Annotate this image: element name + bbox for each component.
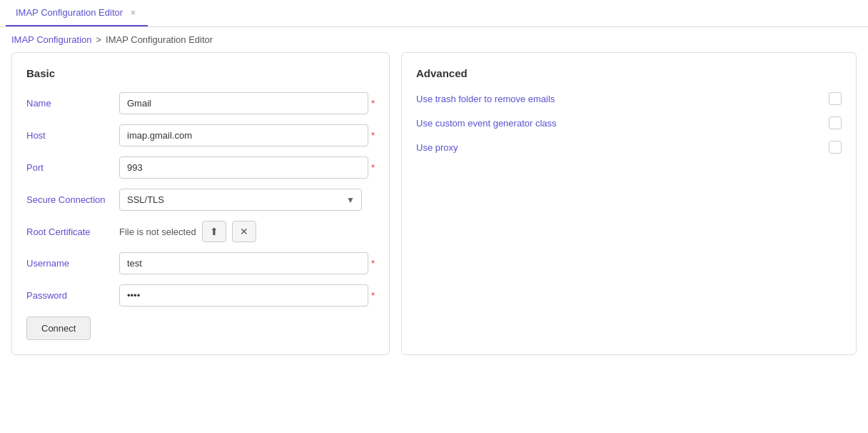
breadcrumb-current: IMAP Configuration Editor — [106, 34, 213, 45]
username-row: Username * — [26, 252, 375, 274]
adv-option-1-checkbox[interactable] — [829, 116, 842, 129]
username-label: Username — [26, 258, 119, 269]
root-certificate-label: Root Certificate — [26, 227, 119, 237]
name-required: * — [371, 98, 375, 109]
breadcrumb: IMAP Configuration > IMAP Configuration … — [0, 27, 868, 52]
upload-file-button[interactable]: ⬆ — [202, 221, 226, 242]
tab-label: IMAP Configuration Editor — [16, 7, 123, 18]
connect-row: Connect — [26, 317, 375, 340]
host-row: Host * — [26, 124, 375, 146]
host-input[interactable] — [119, 124, 368, 146]
adv-option-2: Use proxy — [416, 141, 842, 154]
file-status-text: File is not selected — [119, 227, 196, 237]
password-label: Password — [26, 290, 119, 301]
password-input[interactable] — [119, 284, 368, 307]
name-row: Name * — [26, 92, 375, 114]
name-label: Name — [26, 98, 119, 109]
breadcrumb-separator: > — [96, 34, 102, 45]
name-input[interactable] — [119, 92, 368, 114]
port-input[interactable] — [119, 156, 368, 179]
tab-imap-config-editor[interactable]: IMAP Configuration Editor × — [6, 0, 148, 26]
password-row: Password * — [26, 284, 375, 307]
adv-option-0: Use trash folder to remove emails — [416, 92, 842, 105]
port-required: * — [371, 162, 375, 173]
secure-connection-wrapper: SSL/TLS TLS None ▼ — [119, 189, 362, 211]
file-row: File is not selected ⬆ ✕ — [119, 221, 375, 242]
adv-option-1-label: Use custom event generator class — [416, 118, 817, 129]
host-label: Host — [26, 130, 119, 141]
connect-button[interactable]: Connect — [26, 317, 91, 340]
adv-option-1: Use custom event generator class — [416, 116, 842, 129]
advanced-panel-title: Advanced — [416, 67, 842, 79]
advanced-panel: Advanced Use trash folder to remove emai… — [401, 52, 857, 355]
basic-panel: Basic Name * Host * Port * Secure Connec… — [11, 52, 390, 355]
port-label: Port — [26, 162, 119, 173]
upload-icon: ⬆ — [210, 226, 218, 237]
username-required: * — [371, 258, 375, 269]
adv-option-0-checkbox[interactable] — [829, 92, 842, 105]
adv-option-2-label: Use proxy — [416, 142, 817, 153]
clear-icon: ✕ — [240, 226, 248, 237]
breadcrumb-parent[interactable]: IMAP Configuration — [11, 34, 92, 45]
tab-close-icon[interactable]: × — [128, 8, 138, 18]
root-certificate-row: Root Certificate File is not selected ⬆ … — [26, 221, 375, 242]
clear-file-button[interactable]: ✕ — [232, 221, 256, 242]
tab-bar: IMAP Configuration Editor × — [0, 0, 868, 27]
port-row: Port * — [26, 156, 375, 179]
secure-connection-row: Secure Connection SSL/TLS TLS None ▼ — [26, 189, 375, 211]
basic-panel-title: Basic — [26, 67, 375, 79]
adv-option-2-checkbox[interactable] — [829, 141, 842, 154]
secure-connection-label: Secure Connection — [26, 194, 119, 205]
adv-option-0-label: Use trash folder to remove emails — [416, 94, 817, 104]
secure-connection-select[interactable]: SSL/TLS TLS None — [119, 189, 362, 211]
password-required: * — [371, 290, 375, 301]
host-required: * — [371, 130, 375, 141]
username-input[interactable] — [119, 252, 368, 274]
main-content: Basic Name * Host * Port * Secure Connec… — [0, 52, 868, 367]
